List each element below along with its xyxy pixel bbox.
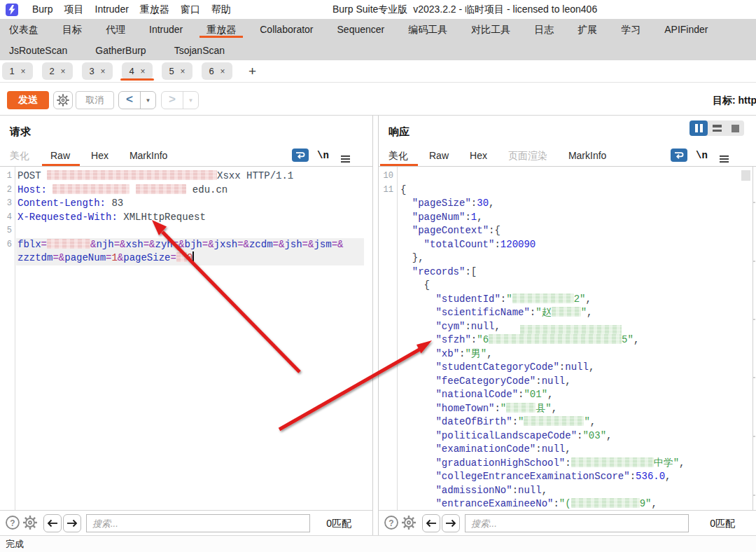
menubar: Burp项目Intruder重放器窗口帮助 Burp Suite专业版 v202… bbox=[0, 0, 756, 19]
help-icon[interactable]: ? bbox=[383, 514, 400, 534]
ext-tab-0[interactable]: JsRouteScan bbox=[9, 40, 67, 61]
menu-item-1[interactable]: 项目 bbox=[59, 0, 90, 19]
editor-menu-icon[interactable] bbox=[720, 153, 729, 165]
response-tab-1[interactable]: Raw bbox=[429, 146, 449, 165]
response-tab-3[interactable]: 页面渲染 bbox=[508, 146, 547, 165]
search-next-button[interactable] bbox=[63, 514, 81, 532]
editor-line: "records":[ bbox=[379, 265, 756, 280]
forward-dropdown[interactable]: ▼ bbox=[183, 92, 198, 109]
close-tab-icon[interactable]: × bbox=[181, 67, 186, 76]
response-tab-2[interactable]: Hex bbox=[470, 146, 487, 165]
request-editor[interactable]: 1POST Xsxx HTTP/1.12Host: edu.cn3Content… bbox=[0, 167, 372, 510]
main-tab-2[interactable]: 代理 bbox=[106, 19, 125, 40]
search-input[interactable] bbox=[86, 514, 310, 532]
search-input[interactable] bbox=[465, 514, 689, 532]
editor-line: "admissionNo":null, bbox=[379, 484, 756, 498]
response-tab-0[interactable]: 美化 bbox=[388, 146, 408, 165]
main-tab-5[interactable]: Collaborator bbox=[260, 19, 313, 40]
request-tab-1[interactable]: Raw bbox=[50, 146, 70, 165]
back-button[interactable]: < ▼ bbox=[118, 91, 156, 109]
menu-item-5[interactable]: 帮助 bbox=[206, 0, 237, 19]
ext-tab-1[interactable]: GatherBurp bbox=[95, 40, 146, 61]
repeater-tab-5[interactable]: 5× bbox=[162, 62, 192, 80]
scrollbar-thumb[interactable] bbox=[741, 170, 750, 181]
window-title: Burp Suite专业版 v2023.2.2 - 临时项目 - license… bbox=[332, 0, 597, 19]
editor-line: "graduationHighSchool":中学", bbox=[379, 457, 756, 471]
forward-button[interactable]: > ▼ bbox=[161, 91, 199, 109]
editor-menu-icon[interactable] bbox=[341, 153, 350, 165]
redaction-block bbox=[136, 184, 186, 194]
request-tab-3[interactable]: MarkInfo bbox=[130, 146, 167, 165]
editor-line: "entranceExamineeNo":"(9", bbox=[379, 497, 756, 510]
word-wrap-icon[interactable] bbox=[292, 149, 309, 162]
layout-single-button[interactable] bbox=[726, 120, 744, 136]
redaction-block bbox=[571, 498, 640, 508]
search-settings-gear-icon[interactable] bbox=[22, 514, 38, 534]
search-prev-button[interactable] bbox=[43, 514, 62, 532]
main-tab-0[interactable]: 仪表盘 bbox=[9, 19, 38, 40]
main-tab-8[interactable]: 对比工具 bbox=[471, 19, 510, 40]
main-tab-12[interactable]: APIFinder bbox=[664, 19, 708, 40]
search-next-button[interactable] bbox=[442, 514, 460, 532]
repeater-tab-6[interactable]: 6× bbox=[202, 62, 232, 80]
close-tab-icon[interactable]: × bbox=[101, 67, 106, 76]
menu-item-2[interactable]: Intruder bbox=[90, 0, 134, 19]
newline-toggle[interactable]: \n bbox=[696, 146, 708, 165]
main-tab-11[interactable]: 学习 bbox=[621, 19, 640, 40]
editor-line: "pageContext":{ bbox=[379, 224, 756, 238]
editor-line: 2Host: edu.cn bbox=[0, 184, 372, 198]
main-tab-9[interactable]: 日志 bbox=[534, 19, 554, 40]
match-count: 0匹配 bbox=[710, 514, 735, 532]
editor-line: "xb":"男", bbox=[379, 347, 756, 361]
main-tab-3[interactable]: Intruder bbox=[149, 19, 183, 40]
back-dropdown[interactable]: ▼ bbox=[141, 92, 155, 109]
response-editor[interactable]: 1011{ "pageSize":30, "pageNum":1, "pageC… bbox=[379, 167, 756, 510]
search-settings-gear-icon[interactable] bbox=[400, 514, 417, 534]
word-wrap-icon[interactable] bbox=[671, 149, 687, 162]
main-tab-4[interactable]: 重放器 bbox=[206, 19, 236, 40]
add-tab-button[interactable]: + bbox=[248, 62, 256, 80]
editor-line: "pageNum":1, bbox=[379, 211, 756, 225]
close-tab-icon[interactable]: × bbox=[220, 67, 225, 76]
request-panel-title: 请求 bbox=[10, 125, 31, 139]
close-tab-icon[interactable]: × bbox=[21, 67, 26, 76]
response-tab-4[interactable]: MarkInfo bbox=[568, 146, 606, 165]
repeater-tab-4[interactable]: 4× bbox=[122, 62, 153, 80]
layout-columns-button[interactable] bbox=[690, 120, 708, 136]
redaction-block bbox=[489, 334, 622, 344]
repeater-tab-bar: 1×2×3×4×5×6×+ bbox=[0, 60, 756, 83]
request-search-bar: ? 0匹配 bbox=[0, 510, 372, 535]
ext-tab-2[interactable]: TsojanScan bbox=[174, 40, 225, 61]
request-tab-2[interactable]: Hex bbox=[91, 146, 108, 165]
layout-rows-button[interactable] bbox=[708, 120, 726, 136]
repeater-tab-1[interactable]: 1× bbox=[2, 62, 33, 80]
editor-line: "scientificName":"赵", bbox=[379, 306, 756, 320]
main-tab-10[interactable]: 扩展 bbox=[578, 19, 597, 40]
editor-line: 10 bbox=[379, 170, 756, 184]
text-cursor bbox=[192, 251, 194, 262]
help-icon[interactable]: ? bbox=[4, 514, 21, 534]
main-tab-6[interactable]: Sequencer bbox=[337, 19, 385, 40]
main-tab-7[interactable]: 编码工具 bbox=[408, 19, 447, 40]
editor-line: "sfzh":"65", bbox=[379, 333, 756, 347]
cancel-button[interactable]: 取消 bbox=[76, 91, 114, 109]
redaction-block bbox=[176, 252, 187, 262]
repeater-tab-2[interactable]: 2× bbox=[42, 62, 73, 80]
menu-item-0[interactable]: Burp bbox=[27, 0, 59, 19]
editor-line: 1POST Xsxx HTTP/1.1 bbox=[0, 170, 372, 184]
repeater-tab-3[interactable]: 3× bbox=[82, 62, 113, 80]
close-tab-icon[interactable]: × bbox=[61, 67, 66, 76]
search-prev-button[interactable] bbox=[422, 514, 440, 532]
editor-line: "politicalLandscapeCode":"03", bbox=[379, 429, 756, 443]
settings-button[interactable] bbox=[53, 91, 73, 109]
redaction-block bbox=[524, 416, 584, 426]
close-tab-icon[interactable]: × bbox=[141, 67, 146, 76]
newline-toggle[interactable]: \n bbox=[317, 146, 329, 165]
request-tab-0[interactable]: 美化 bbox=[10, 146, 29, 165]
right-arrow-icon bbox=[66, 519, 78, 527]
target-url: 目标: http bbox=[713, 91, 756, 109]
send-button[interactable]: 发送 bbox=[7, 91, 49, 109]
main-tab-1[interactable]: 目标 bbox=[62, 19, 82, 40]
menu-item-4[interactable]: 窗口 bbox=[175, 0, 206, 19]
menu-item-3[interactable]: 重放器 bbox=[134, 0, 175, 19]
